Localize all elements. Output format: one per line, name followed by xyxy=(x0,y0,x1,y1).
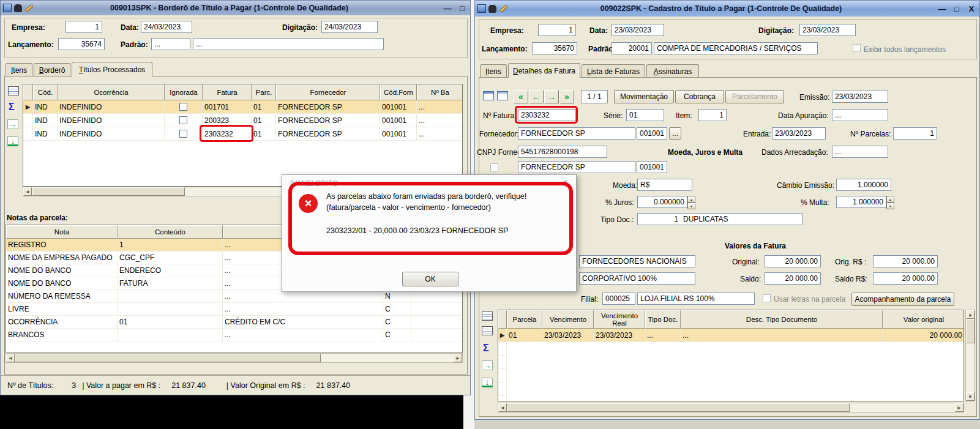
cambio-emissao-field[interactable]: 1.000000 xyxy=(836,179,891,191)
padrao-field[interactable]: ... xyxy=(151,38,190,50)
multa-stepper[interactable]: ▲ ▼ xyxy=(886,196,894,209)
tipo-doc-field[interactable]: 1 DUPLICATAS xyxy=(637,213,802,225)
data-field[interactable]: 24/03/2023 xyxy=(141,21,192,33)
item-field[interactable]: 1 xyxy=(698,109,727,121)
empresa-field[interactable]: 1 xyxy=(538,24,576,36)
parcelas-hscrollbar[interactable]: ◄ ► xyxy=(498,403,964,412)
col-header-vencimento-real[interactable]: Vencimento Real xyxy=(594,310,645,329)
maximize-button[interactable]: □ xyxy=(457,2,468,13)
ignorada-checkbox[interactable] xyxy=(179,130,187,138)
tab-lista-faturas[interactable]: Lista de Faturas xyxy=(582,64,645,78)
last-record-icon[interactable]: » xyxy=(559,90,574,103)
usar-letras-checkbox[interactable] xyxy=(763,294,771,302)
saldo-field[interactable]: 20 000.00 xyxy=(765,272,821,285)
obscured-row-checkbox[interactable] xyxy=(490,163,498,171)
acompanhamento-button[interactable]: Acompanhamento da parcela xyxy=(851,293,954,306)
table-row[interactable]: IND INDEFINIDO 200323 01 FORNECEDOR SP 0… xyxy=(23,114,462,127)
tab-assinaturas[interactable]: Assinaturas xyxy=(646,64,699,78)
saldo-rs-field[interactable]: 20 000.00 xyxy=(873,272,938,285)
scroll-up-icon[interactable]: ▲ xyxy=(966,310,974,319)
col-header-nba[interactable]: Nº Ba xyxy=(417,84,463,100)
multa-field[interactable]: 1.000000 xyxy=(836,196,886,208)
sum-icon[interactable]: Σ xyxy=(9,102,15,112)
scroll-down-icon[interactable]: ▼ xyxy=(966,392,974,401)
ignorada-checkbox[interactable] xyxy=(179,116,187,124)
tab-itens[interactable]: Itens xyxy=(480,64,507,78)
sacado-field[interactable]: FORNECEDOR SP xyxy=(518,161,635,173)
col-header-conteudo[interactable]: Conteúdo xyxy=(118,225,223,239)
form-view-icon[interactable] xyxy=(497,91,508,100)
entrada-field[interactable]: 23/03/2023 xyxy=(772,127,826,140)
scroll-right-icon[interactable]: ► xyxy=(955,403,963,412)
col-header-valor-original[interactable]: Valor original xyxy=(883,310,964,329)
data-field[interactable]: 23/03/2023 xyxy=(612,24,664,36)
prev-record-icon[interactable]: ← xyxy=(529,90,544,103)
num-parcelas-field[interactable]: 1 xyxy=(893,127,937,140)
padrao-desc-field[interactable]: ... xyxy=(193,38,384,50)
scrollbar-thumb[interactable] xyxy=(966,319,974,343)
grid-view-icon[interactable] xyxy=(483,91,494,100)
table-row[interactable]: ▶ 01 23/03/2023 23/03/2023 ... ... 20 00… xyxy=(498,329,963,342)
close-button[interactable]: X xyxy=(966,3,977,14)
first-record-icon[interactable]: « xyxy=(514,90,528,103)
scrollbar-thumb[interactable] xyxy=(507,403,850,412)
data-apuracao-field[interactable]: ... xyxy=(832,109,888,121)
minimize-button[interactable]: — xyxy=(937,3,948,14)
col-header-fornecedor[interactable]: Fornecedor xyxy=(276,84,380,100)
empresa-field[interactable]: 1 xyxy=(65,21,102,33)
sum-icon[interactable]: Σ xyxy=(483,343,489,353)
emissao-field[interactable]: 23/03/2023 xyxy=(832,91,888,103)
add-row-icon[interactable] xyxy=(482,311,493,321)
download-icon[interactable]: ↓ xyxy=(7,136,18,146)
filial-field[interactable]: 000025 xyxy=(602,293,635,305)
list-item[interactable]: LIVRE ... C xyxy=(6,303,462,316)
sacado-cod-field[interactable]: 001001 xyxy=(637,161,667,173)
export-icon[interactable]: → xyxy=(7,119,18,129)
scroll-left-icon[interactable]: ◄ xyxy=(6,354,15,362)
moeda-field[interactable]: R$ xyxy=(637,179,692,191)
filial-desc-field[interactable]: LOJA FILIAL RS 100% xyxy=(637,293,755,305)
lancamento-field[interactable]: 35674 xyxy=(58,38,105,50)
fornecedor-field[interactable]: FORNECEDOR SP xyxy=(518,127,635,140)
juros-field[interactable]: 0.000000 xyxy=(637,196,687,208)
orig-rs-field[interactable]: 20 000.00 xyxy=(873,255,938,267)
parcelamento-button[interactable]: Parcelamento xyxy=(725,90,784,103)
serie-field[interactable]: 01 xyxy=(626,109,664,121)
list-item[interactable]: OCORRÊNCIA 01 CRÉDITO EM C/C C xyxy=(6,316,462,329)
digitacao-field[interactable]: 23/03/2023 xyxy=(799,24,856,36)
col-header-ocorrencia[interactable]: Ocorrência xyxy=(58,84,165,100)
cnpj-field[interactable]: 54517628000198 xyxy=(518,146,607,158)
col-header-nota[interactable]: Nota xyxy=(6,225,118,239)
minimize-button[interactable]: — xyxy=(442,2,453,13)
col-header-codforn[interactable]: Cód.Forn xyxy=(380,84,417,100)
parcelas-vscrollbar[interactable]: ▲ ▼ xyxy=(965,310,975,401)
scrollbar-thumb[interactable] xyxy=(15,354,321,362)
digitacao-field[interactable]: 24/03/2023 xyxy=(321,21,378,33)
col-header-vencimento[interactable]: Vencimento xyxy=(542,310,594,329)
lancamento-field[interactable]: 35670 xyxy=(532,42,577,54)
col-header-tipo-doc[interactable]: Tipo Doc. xyxy=(645,310,681,329)
tab-detalhes-fatura[interactable]: Detalhes da Fatura xyxy=(508,63,580,78)
ignorada-checkbox[interactable] xyxy=(179,103,187,111)
cobranca-button[interactable]: Cobrança xyxy=(675,90,724,103)
col-header-cod[interactable]: Cód. xyxy=(33,84,58,100)
scrollbar-thumb[interactable] xyxy=(32,187,185,196)
tab-titulos-processados[interactable]: Títulos Processados xyxy=(72,62,152,76)
movimentacao-button[interactable]: Movimentação xyxy=(614,90,674,103)
exibir-todos-checkbox[interactable] xyxy=(853,44,861,52)
juros-stepper[interactable]: ▲ ▼ xyxy=(687,196,695,209)
col-header-fatura[interactable]: Fatura xyxy=(203,84,252,100)
titlebar-cadastro[interactable]: 009022SPK - Cadastro de Título a Pagar (… xyxy=(475,1,979,17)
titlebar-bordero[interactable]: 009013SPK - Borderô de Título a Pagar (1… xyxy=(1,1,470,15)
scroll-left-icon[interactable]: ◄ xyxy=(498,403,507,412)
download-icon[interactable]: ↓ xyxy=(482,378,493,387)
table-row[interactable]: ▶ IND INDEFINIDO 001701 01 FORNECEDOR SP… xyxy=(23,100,462,114)
next-record-icon[interactable]: → xyxy=(544,90,559,103)
col-header-ignorada[interactable]: Ignorada xyxy=(165,84,203,100)
list-item[interactable]: NÚMERO DA REMESSA ... N xyxy=(6,290,462,303)
dialog-close-icon[interactable]: × xyxy=(563,178,568,187)
corporativo-field[interactable]: CORPORATIVO 100% xyxy=(579,272,695,285)
notas-grid-hscrollbar[interactable]: ◄ ► xyxy=(6,353,463,363)
col-header-parcela[interactable]: Parcela xyxy=(507,310,542,329)
scroll-right-icon[interactable]: ► xyxy=(454,354,462,362)
